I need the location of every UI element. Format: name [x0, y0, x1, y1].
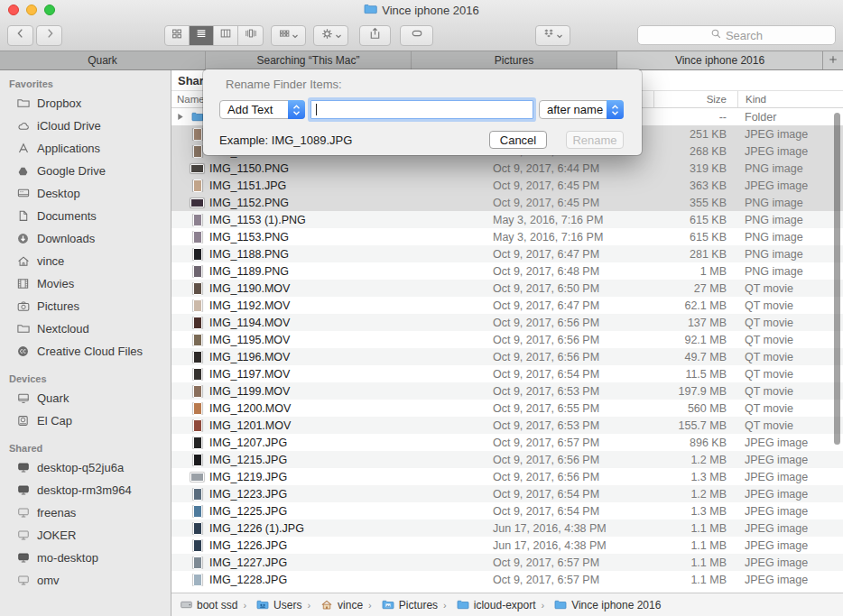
zoom-button[interactable] — [44, 5, 55, 15]
table-row[interactable]: IMG_1199.MOV Oct 9, 2017, 6:53 PM 197.9 … — [171, 382, 843, 400]
table-row[interactable]: IMG_1227.JPG Oct 9, 2017, 6:57 PM 1.1 MB… — [171, 554, 843, 571]
breadcrumb-item[interactable]: › Users — [237, 598, 301, 612]
table-row[interactable]: IMG_1194.MOV Oct 9, 2017, 6:56 PM 137 MB… — [171, 314, 843, 331]
camera-icon — [15, 299, 31, 314]
table-row[interactable]: IMG_1201.MOV Oct 9, 2017, 6:53 PM 155.7 … — [171, 417, 843, 434]
tab[interactable]: Pictures — [412, 51, 617, 69]
table-row[interactable]: IMG_1195.MOV Oct 9, 2017, 6:56 PM 92.1 M… — [171, 331, 843, 348]
table-row[interactable]: IMG_1152.PNG Oct 9, 2017, 6:45 PM 355 KB… — [171, 194, 843, 211]
view-list-button[interactable] — [190, 26, 214, 45]
sidebar-item[interactable]: Quark — [0, 387, 171, 409]
sidebar-item[interactable]: Creative Cloud Files — [0, 340, 171, 363]
column-header-kind[interactable]: Kind — [737, 91, 843, 107]
new-tab-button[interactable] — [823, 51, 843, 69]
breadcrumb-item[interactable]: › vince — [301, 598, 363, 612]
sidebar-item[interactable]: Downloads — [0, 227, 171, 250]
tab[interactable]: Vince iphone 2016 — [617, 51, 823, 69]
minimize-button[interactable] — [26, 5, 37, 15]
toolbar: Search — [0, 20, 843, 51]
table-row[interactable]: IMG_1153.PNG May 3, 2016, 7:16 PM 615 KB… — [171, 228, 843, 245]
table-row[interactable]: IMG_1226 (1).JPG Jun 17, 2016, 4:38 PM 1… — [171, 519, 843, 537]
cancel-button[interactable]: Cancel — [489, 131, 547, 149]
action-button[interactable] — [313, 25, 348, 46]
table-row[interactable]: IMG_1225.JPG Oct 9, 2017, 6:54 PM 1.3 MB… — [171, 502, 843, 519]
table-row[interactable]: IMG_1197.MOV Oct 9, 2017, 6:54 PM 11.5 M… — [171, 365, 843, 382]
thumb-box — [190, 164, 205, 173]
rename-text-input[interactable] — [310, 100, 533, 119]
sidebar-item[interactable]: omv — [0, 569, 171, 592]
tab[interactable]: Searching “This Mac” — [206, 51, 412, 69]
file-name-cell: IMG_1194.MOV — [171, 317, 487, 329]
rename-button[interactable]: Rename — [566, 131, 624, 149]
nav-buttons — [7, 25, 62, 46]
thumb-box — [190, 317, 205, 329]
view-coverflow-button[interactable] — [238, 26, 263, 45]
sidebar-item[interactable]: Dropbox — [0, 92, 171, 115]
table-row[interactable]: IMG_1189.PNG Oct 9, 2017, 6:48 PM 1 MB P… — [171, 262, 843, 280]
sidebar-item[interactable]: Nextcloud — [0, 317, 171, 340]
disclosure-triangle-icon[interactable] — [175, 113, 185, 121]
sidebar-item[interactable]: Pictures — [0, 295, 171, 317]
path-separator: › — [363, 600, 377, 611]
table-row[interactable]: IMG_1228.JPG Oct 9, 2017, 6:57 PM 1.1 MB… — [171, 571, 843, 588]
sidebar-item[interactable]: El Cap — [0, 409, 171, 432]
section-title: Shared — [0, 440, 171, 456]
table-row[interactable]: IMG_1190.MOV Oct 9, 2017, 6:50 PM 27 MB … — [171, 280, 843, 297]
table-row[interactable]: IMG_1192.MOV Oct 9, 2017, 6:47 PM 62.1 M… — [171, 297, 843, 314]
dropbox-button[interactable] — [535, 25, 570, 46]
rename-mode-select[interactable]: Add Text — [219, 100, 305, 119]
file-name: IMG_1199.MOV — [209, 385, 290, 398]
kind-cell: JPEG image — [737, 522, 843, 535]
sidebar-item[interactable]: freenas — [0, 501, 171, 524]
table-row[interactable]: IMG_1196.MOV Oct 9, 2017, 6:56 PM 49.7 M… — [171, 348, 843, 365]
breadcrumb-item[interactable]: › boot ssd — [179, 598, 237, 612]
table-row[interactable]: IMG_1207.JPG Oct 9, 2017, 6:57 PM 896 KB… — [171, 434, 843, 451]
breadcrumb-item[interactable]: › icloud-export — [438, 598, 535, 612]
vertical-scrollbar[interactable] — [834, 113, 840, 445]
sidebar-item[interactable]: Documents — [0, 205, 171, 227]
dropbox-icon — [542, 27, 555, 43]
sidebar-item[interactable]: Movies — [0, 272, 171, 295]
rename-position-select[interactable]: after name — [539, 100, 624, 119]
table-row[interactable]: IMG_1151.JPG Oct 9, 2017, 6:45 PM 363 KB… — [171, 177, 843, 194]
folder-proxy-icon[interactable] — [364, 3, 377, 17]
view-grid-button[interactable] — [165, 26, 190, 45]
close-button[interactable] — [8, 5, 19, 15]
view-columns-button[interactable] — [214, 26, 238, 45]
table-row[interactable]: IMG_1226.JPG Jun 17, 2016, 4:38 PM 1.1 M… — [171, 537, 843, 554]
sidebar-item[interactable]: Applications — [0, 137, 171, 160]
search-input[interactable]: Search — [637, 25, 836, 45]
forward-button[interactable] — [36, 25, 62, 46]
sidebar-item[interactable]: Desktop — [0, 182, 171, 205]
table-row[interactable]: IMG_1223.JPG Oct 9, 2017, 6:54 PM 1.2 MB… — [171, 485, 843, 502]
table-row[interactable]: IMG_1215.JPG Oct 9, 2017, 6:56 PM 1.2 MB… — [171, 451, 843, 468]
chevron-down-icon — [292, 27, 299, 43]
sidebar-item[interactable]: iCloud Drive — [0, 115, 171, 137]
sidebar-item[interactable]: mo-desktop — [0, 547, 171, 569]
share-button[interactable] — [359, 25, 391, 46]
kind-cell: PNG image — [737, 265, 843, 278]
column-header-size[interactable]: Size — [653, 91, 737, 107]
table-row[interactable]: IMG_1219.JPG Oct 9, 2017, 6:56 PM 1.3 MB… — [171, 468, 843, 485]
sidebar-item[interactable]: desktop-rm3m964 — [0, 479, 171, 501]
title-bar[interactable]: Vince iphone 2016 — [0, 0, 843, 20]
breadcrumb-item[interactable]: › Vince iphone 2016 — [535, 598, 661, 612]
table-row[interactable]: IMG_1200.MOV Oct 9, 2017, 6:55 PM 560 MB… — [171, 400, 843, 417]
sidebar-item[interactable]: vince — [0, 250, 171, 272]
breadcrumb-item[interactable]: › Pictures — [363, 598, 438, 612]
file-name-cell: IMG_1188.PNG — [171, 248, 487, 261]
table-row[interactable]: IMG_1188.PNG Oct 9, 2017, 6:47 PM 281 KB… — [171, 245, 843, 262]
tab[interactable]: Quark — [0, 51, 206, 69]
sidebar-item[interactable]: desktop-q52ju6a — [0, 456, 171, 479]
file-thumbnail-icon — [193, 248, 202, 261]
back-button[interactable] — [7, 25, 33, 46]
sidebar-item-label: Desktop — [37, 187, 80, 200]
sidebar-item[interactable]: JOKER — [0, 524, 171, 547]
monitor-light-icon — [15, 573, 31, 588]
table-row[interactable]: IMG_1150.PNG Oct 9, 2017, 6:44 PM 319 KB… — [171, 160, 843, 177]
tag-button[interactable] — [400, 25, 433, 46]
arrange-button[interactable] — [271, 25, 306, 46]
sidebar-item[interactable]: Google Drive — [0, 160, 171, 182]
table-row[interactable]: IMG_1153 (1).PNG May 3, 2016, 7:16 PM 61… — [171, 211, 843, 228]
file-name-cell: IMG_1223.JPG — [171, 488, 487, 501]
